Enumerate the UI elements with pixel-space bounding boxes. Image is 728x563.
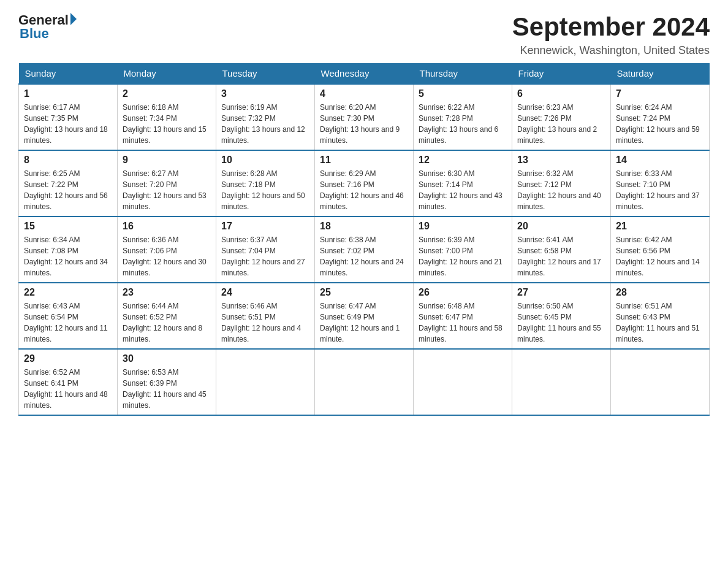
day-number: 9 xyxy=(123,155,211,166)
calendar-cell: 2 Sunrise: 6:18 AM Sunset: 7:34 PM Dayli… xyxy=(118,84,216,150)
calendar-cell: 25 Sunrise: 6:47 AM Sunset: 6:49 PM Dayl… xyxy=(315,283,414,349)
day-number: 25 xyxy=(320,287,408,298)
header-wednesday: Wednesday xyxy=(315,63,414,84)
calendar-week-row: 8 Sunrise: 6:25 AM Sunset: 7:22 PM Dayli… xyxy=(19,150,710,216)
day-number: 20 xyxy=(517,221,605,232)
calendar-cell: 26 Sunrise: 6:48 AM Sunset: 6:47 PM Dayl… xyxy=(414,283,512,349)
calendar-cell: 14 Sunrise: 6:33 AM Sunset: 7:10 PM Dayl… xyxy=(611,150,710,216)
day-info: Sunrise: 6:33 AM Sunset: 7:10 PM Dayligh… xyxy=(616,168,704,212)
logo-blue-text: Blue xyxy=(18,26,49,42)
calendar-cell xyxy=(414,349,512,415)
header-saturday: Saturday xyxy=(611,63,710,84)
calendar-week-row: 22 Sunrise: 6:43 AM Sunset: 6:54 PM Dayl… xyxy=(19,283,710,349)
calendar-cell: 19 Sunrise: 6:39 AM Sunset: 7:00 PM Dayl… xyxy=(414,216,512,283)
calendar-cell: 20 Sunrise: 6:41 AM Sunset: 6:58 PM Dayl… xyxy=(512,216,611,283)
day-info: Sunrise: 6:29 AM Sunset: 7:16 PM Dayligh… xyxy=(320,168,408,212)
day-info: Sunrise: 6:19 AM Sunset: 7:32 PM Dayligh… xyxy=(221,102,309,146)
day-info: Sunrise: 6:17 AM Sunset: 7:35 PM Dayligh… xyxy=(24,102,112,146)
calendar-header-row: SundayMondayTuesdayWednesdayThursdayFrid… xyxy=(19,63,710,84)
calendar-cell: 17 Sunrise: 6:37 AM Sunset: 7:04 PM Dayl… xyxy=(216,216,315,283)
header-tuesday: Tuesday xyxy=(216,63,315,84)
day-number: 19 xyxy=(419,221,507,232)
day-number: 7 xyxy=(616,88,704,99)
day-number: 11 xyxy=(320,155,408,166)
day-info: Sunrise: 6:46 AM Sunset: 6:51 PM Dayligh… xyxy=(221,301,309,345)
calendar-table: SundayMondayTuesdayWednesdayThursdayFrid… xyxy=(18,63,710,416)
day-number: 29 xyxy=(24,353,112,364)
day-number: 14 xyxy=(616,155,704,166)
day-number: 8 xyxy=(24,155,112,166)
day-info: Sunrise: 6:34 AM Sunset: 7:08 PM Dayligh… xyxy=(24,234,112,278)
calendar-cell: 8 Sunrise: 6:25 AM Sunset: 7:22 PM Dayli… xyxy=(19,150,118,216)
day-number: 26 xyxy=(419,287,507,298)
day-info: Sunrise: 6:53 AM Sunset: 6:39 PM Dayligh… xyxy=(123,367,211,411)
day-number: 30 xyxy=(123,353,211,364)
day-number: 23 xyxy=(123,287,211,298)
day-number: 10 xyxy=(221,155,309,166)
day-number: 16 xyxy=(123,221,211,232)
calendar-week-row: 29 Sunrise: 6:52 AM Sunset: 6:41 PM Dayl… xyxy=(19,349,710,415)
day-info: Sunrise: 6:43 AM Sunset: 6:54 PM Dayligh… xyxy=(24,301,112,345)
calendar-cell xyxy=(512,349,611,415)
day-info: Sunrise: 6:30 AM Sunset: 7:14 PM Dayligh… xyxy=(419,168,507,212)
calendar-cell: 21 Sunrise: 6:42 AM Sunset: 6:56 PM Dayl… xyxy=(611,216,710,283)
day-info: Sunrise: 6:22 AM Sunset: 7:28 PM Dayligh… xyxy=(419,102,507,146)
header-sunday: Sunday xyxy=(19,63,118,84)
day-info: Sunrise: 6:18 AM Sunset: 7:34 PM Dayligh… xyxy=(123,102,211,146)
calendar-week-row: 15 Sunrise: 6:34 AM Sunset: 7:08 PM Dayl… xyxy=(19,216,710,283)
logo: General Blue xyxy=(18,12,77,42)
day-number: 27 xyxy=(517,287,605,298)
day-info: Sunrise: 6:48 AM Sunset: 6:47 PM Dayligh… xyxy=(419,301,507,345)
calendar-cell: 15 Sunrise: 6:34 AM Sunset: 7:08 PM Dayl… xyxy=(19,216,118,283)
day-info: Sunrise: 6:23 AM Sunset: 7:26 PM Dayligh… xyxy=(517,102,605,146)
calendar-cell: 30 Sunrise: 6:53 AM Sunset: 6:39 PM Dayl… xyxy=(118,349,216,415)
header-monday: Monday xyxy=(118,63,216,84)
calendar-cell: 23 Sunrise: 6:44 AM Sunset: 6:52 PM Dayl… xyxy=(118,283,216,349)
calendar-cell: 1 Sunrise: 6:17 AM Sunset: 7:35 PM Dayli… xyxy=(19,84,118,150)
day-info: Sunrise: 6:38 AM Sunset: 7:02 PM Dayligh… xyxy=(320,234,408,278)
calendar-cell: 13 Sunrise: 6:32 AM Sunset: 7:12 PM Dayl… xyxy=(512,150,611,216)
day-info: Sunrise: 6:39 AM Sunset: 7:00 PM Dayligh… xyxy=(419,234,507,278)
calendar-cell: 5 Sunrise: 6:22 AM Sunset: 7:28 PM Dayli… xyxy=(414,84,512,150)
header-friday: Friday xyxy=(512,63,611,84)
day-info: Sunrise: 6:20 AM Sunset: 7:30 PM Dayligh… xyxy=(320,102,408,146)
header-thursday: Thursday xyxy=(414,63,512,84)
calendar-cell: 4 Sunrise: 6:20 AM Sunset: 7:30 PM Dayli… xyxy=(315,84,414,150)
logo-arrow-icon xyxy=(70,13,77,25)
day-number: 4 xyxy=(320,88,408,99)
day-info: Sunrise: 6:28 AM Sunset: 7:18 PM Dayligh… xyxy=(221,168,309,212)
calendar-cell: 6 Sunrise: 6:23 AM Sunset: 7:26 PM Dayli… xyxy=(512,84,611,150)
calendar-cell xyxy=(611,349,710,415)
calendar-cell: 24 Sunrise: 6:46 AM Sunset: 6:51 PM Dayl… xyxy=(216,283,315,349)
calendar-cell: 16 Sunrise: 6:36 AM Sunset: 7:06 PM Dayl… xyxy=(118,216,216,283)
calendar-cell: 29 Sunrise: 6:52 AM Sunset: 6:41 PM Dayl… xyxy=(19,349,118,415)
calendar-cell: 22 Sunrise: 6:43 AM Sunset: 6:54 PM Dayl… xyxy=(19,283,118,349)
month-title: September 2024 xyxy=(512,12,710,42)
calendar-cell: 11 Sunrise: 6:29 AM Sunset: 7:16 PM Dayl… xyxy=(315,150,414,216)
calendar-cell: 18 Sunrise: 6:38 AM Sunset: 7:02 PM Dayl… xyxy=(315,216,414,283)
day-info: Sunrise: 6:24 AM Sunset: 7:24 PM Dayligh… xyxy=(616,102,704,146)
day-info: Sunrise: 6:36 AM Sunset: 7:06 PM Dayligh… xyxy=(123,234,211,278)
day-info: Sunrise: 6:50 AM Sunset: 6:45 PM Dayligh… xyxy=(517,301,605,345)
day-info: Sunrise: 6:25 AM Sunset: 7:22 PM Dayligh… xyxy=(24,168,112,212)
calendar-cell: 3 Sunrise: 6:19 AM Sunset: 7:32 PM Dayli… xyxy=(216,84,315,150)
day-info: Sunrise: 6:44 AM Sunset: 6:52 PM Dayligh… xyxy=(123,301,211,345)
day-info: Sunrise: 6:41 AM Sunset: 6:58 PM Dayligh… xyxy=(517,234,605,278)
calendar-cell: 12 Sunrise: 6:30 AM Sunset: 7:14 PM Dayl… xyxy=(414,150,512,216)
day-number: 22 xyxy=(24,287,112,298)
day-number: 24 xyxy=(221,287,309,298)
day-number: 12 xyxy=(419,155,507,166)
day-number: 5 xyxy=(419,88,507,99)
day-info: Sunrise: 6:27 AM Sunset: 7:20 PM Dayligh… xyxy=(123,168,211,212)
day-number: 18 xyxy=(320,221,408,232)
day-number: 3 xyxy=(221,88,309,99)
day-info: Sunrise: 6:52 AM Sunset: 6:41 PM Dayligh… xyxy=(24,367,112,411)
calendar-cell: 9 Sunrise: 6:27 AM Sunset: 7:20 PM Dayli… xyxy=(118,150,216,216)
day-number: 6 xyxy=(517,88,605,99)
day-info: Sunrise: 6:42 AM Sunset: 6:56 PM Dayligh… xyxy=(616,234,704,278)
day-info: Sunrise: 6:37 AM Sunset: 7:04 PM Dayligh… xyxy=(221,234,309,278)
day-info: Sunrise: 6:32 AM Sunset: 7:12 PM Dayligh… xyxy=(517,168,605,212)
calendar-cell: 28 Sunrise: 6:51 AM Sunset: 6:43 PM Dayl… xyxy=(611,283,710,349)
day-number: 13 xyxy=(517,155,605,166)
calendar-cell: 10 Sunrise: 6:28 AM Sunset: 7:18 PM Dayl… xyxy=(216,150,315,216)
